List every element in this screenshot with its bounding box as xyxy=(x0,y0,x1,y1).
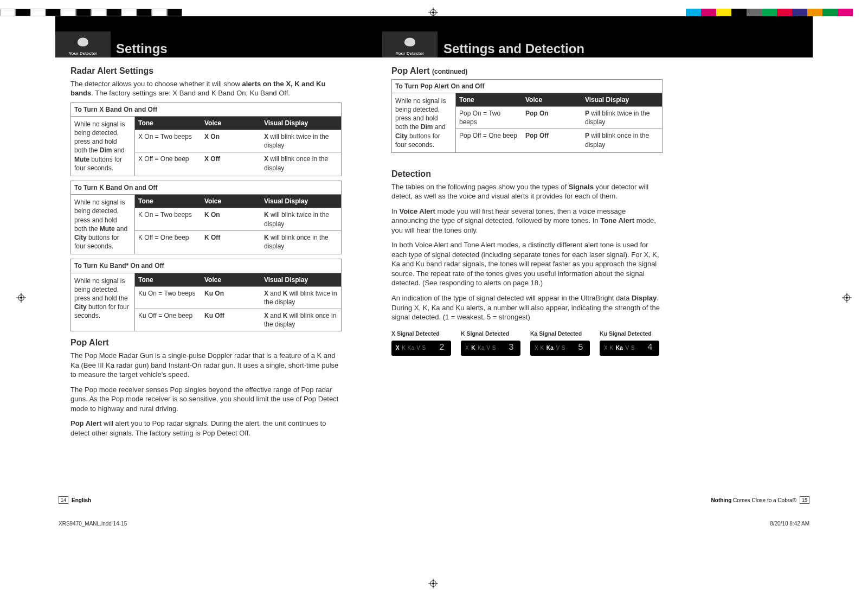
detection-para-1: The tables on the following pages show y… xyxy=(391,182,663,201)
svg-point-3 xyxy=(432,11,434,14)
file-date: 8/20/10 8:42 AM xyxy=(770,521,809,527)
table-header-row: Tone Voice Visual Display xyxy=(456,93,662,106)
table-row: Pop On = Two beeps Pop On P will blink t… xyxy=(456,106,662,129)
radar-intro: The detector allows you to choose whethe… xyxy=(70,79,342,98)
page-number: 14 xyxy=(59,496,68,504)
detection-para-4: An indication of the type of signal dete… xyxy=(391,293,663,322)
instruction-cell: While no signal is being detected, press… xyxy=(71,117,135,176)
k-band-table: To Turn K Band On and Off While no signa… xyxy=(70,181,342,254)
pop-alert-headline: Pop Alert xyxy=(70,337,342,349)
display-mock: XK Ka V S 2 xyxy=(391,341,451,356)
signal-k: K Signal Detected X K Ka V S 3 xyxy=(461,330,520,356)
cobra-logo-icon xyxy=(74,36,92,51)
pop-para-1: The Pop Mode Radar Gun is a single-pulse… xyxy=(70,351,342,380)
table-row: Ku On = Two beeps Ku On X and K will bli… xyxy=(135,286,341,309)
table-title: To Turn Ku Band* On and Off xyxy=(71,259,341,273)
footer-tagline: Nothing Comes Close to a Cobra® xyxy=(711,497,796,503)
table-title: To Turn X Band On and Off xyxy=(71,103,341,117)
table-title: To Turn Pop Alert On and Off xyxy=(392,80,662,93)
tab-label: Your Detector xyxy=(396,51,424,56)
ku-band-table: To Turn Ku Band* On and Off While no sig… xyxy=(70,259,342,331)
signal-x: X Signal Detected XK Ka V S 2 xyxy=(391,330,451,356)
section-title-right: Settings and Detection xyxy=(443,41,584,56)
detection-para-2: In Voice Alert mode you will first hear … xyxy=(391,207,663,235)
table-row: X Off = One beep X Off X will blink once… xyxy=(135,152,341,174)
section-tab-right: Your Detector xyxy=(382,31,438,57)
radar-headline: Radar Alert Settings xyxy=(70,65,342,77)
registration-mark-icon xyxy=(428,579,438,588)
footer-left: 14 English xyxy=(59,496,91,504)
color-bars-right xyxy=(686,9,868,16)
registration-mark-icon xyxy=(842,293,852,303)
x-band-table: To Turn X Band On and Off While no signa… xyxy=(70,102,342,176)
display-mock: X K Ka V S 3 xyxy=(461,341,520,356)
table-row: Pop Off = One beep Pop Off P will blink … xyxy=(456,129,662,151)
signal-ku: Ku Signal Detected X K Ka V S 4 xyxy=(600,330,659,356)
indesign-slug: XRS9470_MANL.indd 14-15 8/20/10 8:42 AM xyxy=(59,521,809,527)
file-name: XRS9470_MANL.indd 14-15 xyxy=(59,521,127,527)
color-bars-left xyxy=(0,9,182,16)
pop-para-2: The Pop mode receiver senses Pop singles… xyxy=(70,385,342,414)
table-row: X On = Two beeps X On X will blink twice… xyxy=(135,130,341,152)
display-mock: X K Ka V S 4 xyxy=(600,341,659,356)
left-column: Radar Alert Settings The detector allows… xyxy=(70,65,342,443)
table-row: K Off = One beep K Off K will blink once… xyxy=(135,230,341,253)
registration-mark-icon xyxy=(16,293,26,303)
instruction-cell: While no signal is being detected, press… xyxy=(392,93,456,152)
section-tab-left: Your Detector xyxy=(55,31,111,57)
svg-point-11 xyxy=(20,297,22,299)
detection-para-3: In both Voice Alert and Tone Alert modes… xyxy=(391,240,663,288)
cobra-logo-icon xyxy=(401,36,419,51)
table-header-row: Tone Voice Visual Display xyxy=(135,273,341,286)
svg-point-7 xyxy=(432,582,434,585)
pop-alert-table: To Turn Pop Alert On and Off While no si… xyxy=(391,79,663,153)
table-header-row: Tone Voice Visual Display xyxy=(135,195,341,208)
signal-ka: Ka Signal Detected X K Ka V S 5 xyxy=(530,330,590,356)
pop-continued-headline: Pop Alert (continued) xyxy=(391,65,663,77)
table-title: To Turn K Band On and Off xyxy=(71,181,341,195)
table-row: K On = Two beeps K On K will blink twice… xyxy=(135,208,341,230)
footer-right: Nothing Comes Close to a Cobra® 15 xyxy=(711,496,809,504)
footer-language: English xyxy=(72,497,91,503)
instruction-cell: While no signal is being detected, press… xyxy=(71,195,135,254)
instruction-cell: While no signal is being detected, press… xyxy=(71,273,135,331)
table-row: Ku Off = One beep Ku Off X and K will bl… xyxy=(135,309,341,331)
detection-headline: Detection xyxy=(391,168,663,180)
page: Your Detector Your Detector Settings Set… xyxy=(0,0,868,596)
table-header-row: Tone Voice Visual Display xyxy=(135,117,341,130)
page-number: 15 xyxy=(800,496,809,504)
section-title-left: Settings xyxy=(116,41,168,56)
svg-point-15 xyxy=(846,297,848,299)
pop-para-3: Pop Alert will alert you to Pop radar si… xyxy=(70,419,342,438)
tab-label: Your Detector xyxy=(69,51,97,56)
display-mock: X K Ka V S 5 xyxy=(530,341,590,356)
right-column: Pop Alert (continued) To Turn Pop Alert … xyxy=(391,65,663,356)
signal-display-row: X Signal Detected XK Ka V S 2 K Signal D… xyxy=(391,330,663,356)
